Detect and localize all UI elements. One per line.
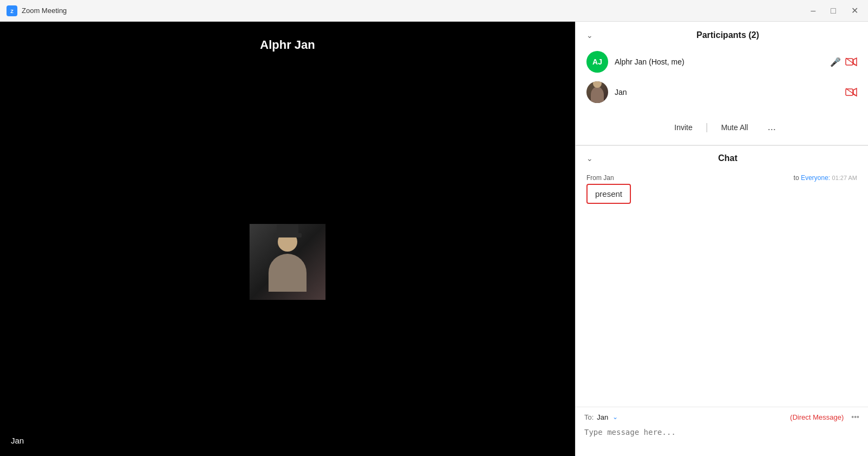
chat-from: From Jan (586, 174, 614, 182)
chat-to: to Everyone: 01:27 AM (794, 174, 857, 182)
video-off-icon-2 (845, 88, 857, 97)
mute-all-button[interactable]: Mute All (708, 120, 761, 135)
chevron-down-icon[interactable]: ⌄ (612, 413, 618, 421)
close-button[interactable]: ✕ (848, 5, 861, 16)
participant-name-top: Alphr Jan (260, 38, 315, 52)
chat-input[interactable] (584, 426, 859, 447)
hat-icon (277, 224, 298, 235)
chat-to-recipient: Everyone: (801, 174, 830, 182)
thumbnail-inner (250, 224, 326, 300)
person-silhouette (266, 232, 309, 292)
mic-icon: 🎤 (830, 57, 841, 67)
avatar-initials: AJ (592, 57, 602, 66)
title-bar: Z Zoom Meeting – □ ✕ (0, 0, 868, 22)
chat-recipient: Jan (597, 413, 608, 421)
chat-time: 01:27 AM (832, 175, 857, 181)
chat-title: Chat (598, 153, 857, 163)
chat-bubble: present (586, 184, 631, 204)
minimize-button[interactable]: – (807, 5, 819, 16)
to-label: To: (584, 413, 593, 421)
avatar-figure (591, 87, 604, 103)
title-bar-controls: – □ ✕ (807, 5, 861, 16)
title-bar-left: Z Zoom Meeting (7, 5, 67, 16)
video-thumbnail (250, 224, 326, 300)
chat-collapse-icon[interactable]: ⌄ (586, 154, 593, 163)
participant-controls-1: 🎤 (830, 57, 857, 67)
main-layout: Alphr Jan Jan ⌄ Participants (2) (0, 22, 868, 456)
avatar-aj: AJ (586, 51, 608, 73)
chat-messages: From Jan to Everyone: 01:27 AM present (576, 170, 868, 407)
participant-name-2: Jan (615, 88, 839, 97)
participant-list: AJ Alphr Jan (Host, me) 🎤 (576, 47, 868, 112)
participants-section: ⌄ Participants (2) AJ Alphr Jan (Host, m… (576, 22, 868, 145)
participant-item: Jan (584, 77, 859, 107)
chat-section: ⌄ Chat From Jan to Everyone: 01:27 AM pr… (576, 146, 868, 456)
invite-button[interactable]: Invite (661, 120, 705, 135)
video-area: Alphr Jan Jan (0, 22, 575, 456)
more-options-button[interactable]: ... (761, 118, 782, 136)
avatar-photo-inner (586, 81, 608, 103)
chat-to-row: To: Jan ⌄ (Direct Message) ••• (584, 413, 859, 421)
chat-more-button[interactable]: ••• (851, 413, 859, 421)
avatar-head (593, 81, 602, 88)
participant-controls-2 (845, 88, 857, 97)
silhouette-body (269, 254, 307, 292)
participants-header: ⌄ Participants (2) (576, 22, 868, 47)
participant-name-1: Alphr Jan (Host, me) (615, 57, 824, 66)
direct-message-label: (Direct Message) (790, 413, 844, 421)
participant-name-bottom: Jan (11, 436, 24, 445)
participants-collapse-icon[interactable]: ⌄ (586, 31, 593, 40)
window-title: Zoom Meeting (22, 7, 67, 15)
right-panel: ⌄ Participants (2) AJ Alphr Jan (Host, m… (575, 22, 868, 456)
chat-message-meta: From Jan to Everyone: 01:27 AM (586, 174, 857, 182)
maximize-button[interactable]: □ (827, 5, 839, 16)
svg-text:Z: Z (10, 9, 14, 14)
participant-item: AJ Alphr Jan (Host, me) 🎤 (584, 47, 859, 77)
participants-title: Participants (2) (598, 30, 857, 40)
zoom-logo-icon: Z (7, 5, 17, 16)
participants-actions: Invite | Mute All ... (576, 112, 868, 145)
chat-input-area: To: Jan ⌄ (Direct Message) ••• (576, 407, 868, 456)
silhouette-head (278, 232, 297, 252)
avatar-jan (586, 81, 608, 103)
chat-message: From Jan to Everyone: 01:27 AM present (586, 174, 857, 204)
chat-to-label: to (794, 174, 801, 182)
chat-header: ⌄ Chat (576, 146, 868, 170)
video-off-icon-1 (845, 57, 857, 66)
